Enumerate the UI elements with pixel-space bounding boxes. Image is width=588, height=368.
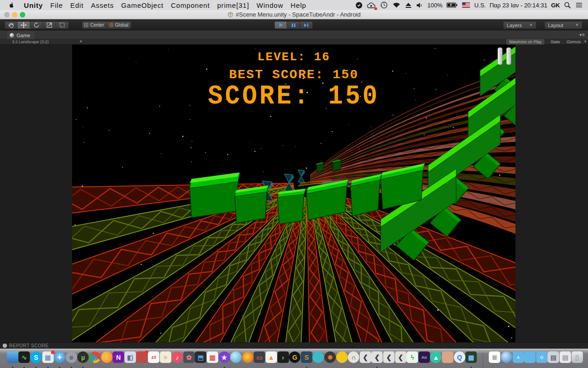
- rotate-tool-button[interactable]: [30, 21, 43, 29]
- apple-logo-icon[interactable]: [8, 2, 15, 8]
- dock-icon-folder-a[interactable]: A: [513, 351, 524, 363]
- dock-icon-swirl[interactable]: [242, 351, 254, 363]
- dock-icon-vlc[interactable]: ▲: [266, 351, 277, 363]
- battery-icon[interactable]: [447, 0, 458, 10]
- dock-icon-quicktime[interactable]: Q: [454, 351, 465, 363]
- rect-tool-button[interactable]: [56, 21, 69, 29]
- menu-item-edit[interactable]: Edit: [67, 1, 87, 9]
- dock-icon-lightning[interactable]: ϟ: [407, 351, 418, 363]
- dock-icon-ear-photo[interactable]: [442, 351, 453, 363]
- dock-icon-blue-sphere[interactable]: [230, 351, 242, 363]
- game-viewport[interactable]: LEVEL: 16 BEST SCORE: 150 SCORE: 150: [72, 45, 515, 342]
- dock-icon-unity-app-1[interactable]: ❮: [360, 351, 371, 363]
- dock-icon-user-photo[interactable]: ☻: [66, 351, 77, 363]
- dock-icon-utility[interactable]: ▤: [560, 351, 571, 363]
- dock-icon-folder-b[interactable]: [524, 351, 536, 363]
- pause-bar-left: [498, 47, 503, 65]
- scale-tool-button[interactable]: [43, 21, 56, 29]
- dock-icon-unity-app-4[interactable]: ❮: [395, 351, 407, 363]
- dock-icon-calendar[interactable]: 23: [148, 351, 159, 363]
- dock-icon-rocket[interactable]: ▲: [430, 351, 441, 363]
- dock-icon-trash[interactable]: ▯: [571, 351, 583, 363]
- spotlight-search-icon[interactable]: [564, 0, 571, 10]
- dock-icon-gold-circle[interactable]: G: [289, 351, 300, 363]
- aspect-ratio-dropdown[interactable]: 3:2 Landscape (3:2): [12, 40, 49, 44]
- dock-icon-onenote[interactable]: N: [113, 351, 124, 363]
- layout-dropdown[interactable]: Layout▼: [544, 21, 582, 29]
- game-view-control-strip: 3:2 Landscape (3:2) ▼ Maximize on Play S…: [0, 39, 588, 45]
- move-tool-button[interactable]: [17, 21, 30, 29]
- user-menu[interactable]: GK: [551, 2, 560, 9]
- play-button[interactable]: [274, 21, 287, 29]
- dock-separator: [483, 353, 483, 367]
- input-flag-icon[interactable]: [462, 0, 470, 10]
- menu-item-assets[interactable]: Assets: [87, 1, 118, 9]
- eject-icon[interactable]: [405, 0, 412, 10]
- menu-item-gameobject[interactable]: GameObject: [118, 1, 167, 9]
- hand-tool-button[interactable]: [5, 21, 17, 29]
- game-pause-button[interactable]: [498, 47, 513, 65]
- menu-item-component[interactable]: Component: [167, 1, 214, 9]
- notification-center-icon[interactable]: [576, 0, 582, 10]
- dock-icon-safari[interactable]: ✦: [54, 351, 65, 363]
- dock-icon-utorrent[interactable]: µ: [77, 351, 89, 363]
- dock-icon-chrome[interactable]: ◍: [89, 351, 101, 363]
- pivot-center-button[interactable]: Center: [82, 21, 107, 29]
- window-title: #Scene Menu.unity - SpaceTubeAndr - Andr…: [0, 11, 588, 18]
- dock-icon-blender[interactable]: ✹: [324, 351, 336, 363]
- dock-icon-skype[interactable]: S: [30, 351, 42, 363]
- pivot-global-button[interactable]: Global: [107, 21, 131, 29]
- dock-icon-unity-app-3[interactable]: ❮: [383, 351, 395, 363]
- gizmos-arrow: ▼: [583, 40, 587, 44]
- menu-item-prime-31-[interactable]: prime[31]: [214, 1, 253, 9]
- input-source-label[interactable]: U.S.: [474, 2, 486, 9]
- game-tab-bar: Game ▾≡: [0, 30, 588, 39]
- volume-icon[interactable]: [416, 0, 423, 10]
- dock-icon-notes[interactable]: ≡: [160, 351, 171, 363]
- dock-icon-photo-booth[interactable]: ✿: [183, 351, 195, 363]
- menu-item-file[interactable]: File: [47, 1, 67, 9]
- menu-item-unity[interactable]: Unity: [20, 1, 47, 9]
- dock-icon-audacity[interactable]: ∩: [348, 351, 359, 363]
- dock-icon-sublime[interactable]: S: [301, 351, 312, 363]
- stats-toggle[interactable]: Stats: [548, 39, 563, 45]
- cloud-sync-icon[interactable]: [367, 0, 376, 10]
- dock-icon-keynote[interactable]: ⬒: [195, 351, 206, 363]
- report-score-icon: !: [3, 344, 7, 348]
- dock-icon-activity-monitor[interactable]: ∿: [18, 351, 30, 363]
- dock-icon-itunes[interactable]: ♪: [171, 351, 183, 363]
- dock-icon-folder-c[interactable]: O: [536, 351, 548, 363]
- time-machine-icon[interactable]: [380, 0, 388, 10]
- panel-menu-icon[interactable]: ▾≡: [579, 32, 585, 37]
- dock-icon-photos-dark[interactable]: ▦: [465, 351, 477, 363]
- dock-icon-displays[interactable]: ▭: [254, 351, 265, 363]
- gizmos-dropdown[interactable]: Gizmos: [564, 39, 583, 45]
- dock-icon-duck[interactable]: [336, 351, 348, 363]
- layers-dropdown[interactable]: Layers▼: [503, 21, 537, 29]
- maximize-on-play-toggle[interactable]: Maximize on Play: [506, 39, 544, 45]
- dock-icon-unity-app-2[interactable]: ❮: [371, 351, 383, 363]
- dock-icon-globe[interactable]: [501, 351, 512, 363]
- dock-icon-animate[interactable]: An: [418, 351, 430, 363]
- dock-icon-document[interactable]: ≣: [489, 351, 500, 363]
- sync-status-icon[interactable]: [356, 0, 362, 10]
- dock-icon-fish[interactable]: [312, 351, 324, 363]
- dock-icon-3d-cube[interactable]: ◧: [124, 351, 136, 363]
- dock-icon-firefox[interactable]: [101, 351, 113, 363]
- dock-icon-terminal[interactable]: ›: [277, 351, 289, 363]
- step-button[interactable]: [300, 21, 313, 29]
- wifi-icon[interactable]: [392, 0, 401, 10]
- menu-item-window[interactable]: Window: [253, 1, 287, 9]
- dock-icon-ostar[interactable]: ★: [219, 351, 230, 363]
- pause-button[interactable]: [287, 21, 300, 29]
- tab-game[interactable]: Game: [7, 31, 34, 39]
- dock-icon-red-app[interactable]: [136, 351, 147, 363]
- dock-icon-numbers-chart[interactable]: ▥: [207, 351, 218, 363]
- dock-icon-preview[interactable]: ▦: [42, 351, 54, 363]
- status-message[interactable]: REPORT SCORE: [9, 343, 49, 348]
- dock-icon-finder[interactable]: [7, 351, 18, 363]
- dock-icon-system-prefs[interactable]: ▤: [548, 351, 559, 363]
- menu-item-help[interactable]: Help: [287, 1, 310, 9]
- menu-clock[interactable]: Παρ 23 Ιαν - 20:14:31: [490, 2, 548, 9]
- hud-best-score: BEST SCORE: 150: [72, 69, 515, 81]
